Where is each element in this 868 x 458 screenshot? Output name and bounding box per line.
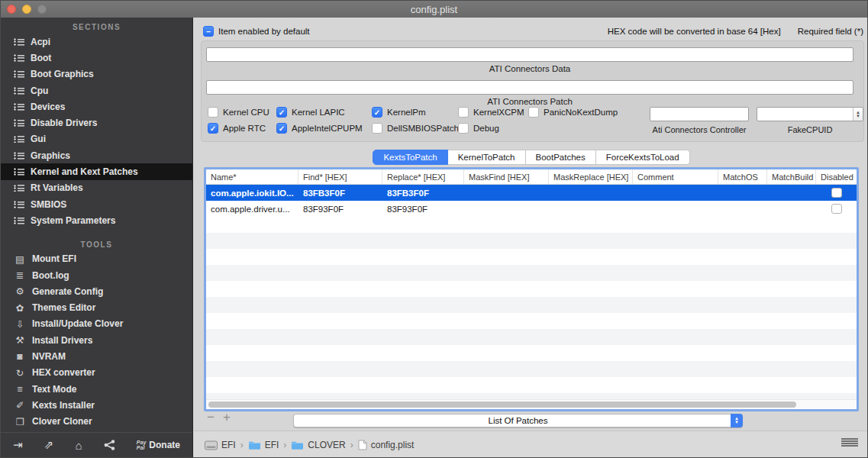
sidebar-item-rt-variables[interactable]: Rt Variables — [1, 180, 192, 196]
remove-row-button[interactable]: − — [207, 410, 215, 425]
row-disabled-checkbox[interactable]: ✓ — [831, 204, 842, 214]
ati-connectors-data-input[interactable] — [206, 47, 853, 62]
home-icon[interactable]: ⌂ — [75, 439, 82, 452]
item-enabled-checkbox[interactable]: – — [203, 26, 214, 37]
import-icon[interactable]: ⇥ — [13, 438, 23, 452]
breadcrumb-config-file[interactable]: config.plist — [358, 440, 415, 450]
col-name[interactable]: Name* — [206, 169, 298, 184]
fakecpuid-stepper[interactable]: ▲▼ — [853, 108, 863, 121]
minimize-window-button[interactable] — [22, 5, 31, 14]
tool-text-mode[interactable]: ≡Text Mode — [1, 381, 192, 397]
sidebar-item-boot[interactable]: Boot — [1, 50, 192, 66]
sidebar-item-system-parameters[interactable]: System Parameters — [1, 212, 192, 228]
ati-connectors-panel: ATI Connectors Data ATI Connectors Patch… — [201, 40, 864, 142]
tool-mount-efi[interactable]: ▤Mount EFI — [1, 251, 192, 267]
col-matchos[interactable]: MatchOS — [718, 169, 767, 184]
sidebar-item-graphics[interactable]: Graphics — [1, 147, 192, 163]
tool-generate-config[interactable]: ⚙Generate Config — [1, 283, 192, 299]
row-disabled-checkbox[interactable]: ✓ — [831, 188, 842, 198]
col-find[interactable]: Find* [HEX] — [298, 169, 382, 184]
sidebar: SECTIONS Acpi Boot Boot Graphics Cpu Dev… — [1, 18, 193, 457]
folder-icon — [291, 440, 304, 450]
list-icon — [14, 54, 24, 62]
patch-tabs: KextsToPatch KernelToPatch BootPatches F… — [194, 150, 868, 165]
tab-kerneltopatch[interactable]: KernelToPatch — [448, 150, 526, 165]
dellsmbiospatch-checkbox[interactable]: ✓DellSMBIOSPatch — [372, 123, 459, 134]
sidebar-item-acpi[interactable]: Acpi — [1, 34, 192, 50]
ati-connectors-patch-label: ATI Connectors Patch — [202, 97, 858, 106]
col-matchbuild[interactable]: MatchBuild — [767, 169, 816, 184]
list-icon — [14, 184, 24, 192]
col-comment[interactable]: Comment — [633, 169, 718, 184]
kernelpm-checkbox[interactable]: ✓KernelPm — [372, 107, 426, 118]
dropdown-arrows-icon: ▲▼ — [731, 414, 743, 427]
breadcrumb-separator: › — [350, 440, 353, 450]
sidebar-item-devices[interactable]: Devices — [1, 98, 192, 114]
breadcrumb-efi-folder[interactable]: EFI — [248, 440, 279, 450]
list-icon — [14, 168, 24, 176]
kernel-cpu-checkbox[interactable]: ✓Kernel CPU — [208, 107, 269, 118]
sidebar-item-cpu[interactable]: Cpu — [1, 82, 192, 98]
chip-icon: ◙ — [14, 351, 26, 362]
fakecpuid-input[interactable] — [757, 107, 863, 121]
text-lines-icon: ≡ — [14, 384, 26, 395]
share-icon[interactable] — [104, 440, 115, 450]
item-enabled-label: Item enabled by default — [218, 27, 310, 36]
table-row[interactable]: com.apple.driver.u... 83F93F0F 83F93F0F … — [206, 201, 857, 217]
col-disabled[interactable]: Disabled — [816, 169, 857, 184]
list-of-patches-dropdown[interactable]: List Of Patches ▲▼ — [293, 414, 743, 427]
window-title: config.plist — [1, 4, 867, 15]
tool-boot-log[interactable]: ≣Boot.log — [1, 267, 192, 283]
kernelxcpm-checkbox[interactable]: ✓KernelXCPM — [458, 107, 524, 118]
sidebar-item-disable-drivers[interactable]: Disable Drivers — [1, 114, 192, 131]
ati-connectors-controller-input[interactable] — [650, 107, 749, 121]
tool-install-drivers[interactable]: ⚒Install Drivers — [1, 332, 192, 348]
list-icon — [14, 152, 24, 160]
sidebar-item-smbios[interactable]: SMBIOS — [1, 196, 192, 212]
apple-rtc-checkbox[interactable]: ✓Apple RTC — [208, 123, 266, 134]
app-window: config.plist SECTIONS Acpi Boot Boot Gra… — [0, 0, 868, 458]
main-content: – Item enabled by default HEX code will … — [194, 18, 868, 457]
breadcrumb-clover-folder[interactable]: CLOVER — [291, 440, 345, 450]
palette-icon: ✿ — [14, 302, 26, 314]
sidebar-item-boot-graphics[interactable]: Boot Graphics — [1, 66, 192, 82]
zoom-window-button[interactable] — [37, 5, 47, 14]
tool-hex-converter[interactable]: ↻HEX converter — [1, 365, 192, 381]
tool-clover-cloner[interactable]: ❐Clover Cloner — [1, 414, 192, 430]
close-window-button[interactable] — [7, 5, 16, 14]
statusbar: EFI › EFI › CLOVER › config.plist — [194, 431, 868, 458]
disk-icon — [205, 440, 218, 450]
list-icon — [14, 119, 24, 127]
tool-kexts-installer[interactable]: ✐Kexts Installer — [1, 397, 192, 413]
horizontal-scrollbar[interactable] — [206, 399, 857, 409]
tab-kextstopatch[interactable]: KextsToPatch — [373, 150, 447, 165]
export-icon[interactable]: ⇗ — [44, 438, 54, 452]
col-maskfind[interactable]: MaskFind [HEX] — [464, 169, 549, 184]
appleintelcpupm-checkbox[interactable]: ✓AppleIntelCPUPM — [276, 123, 363, 134]
tool-themes-editor[interactable]: ✿Themes Editor — [1, 299, 192, 315]
col-maskreplace[interactable]: MaskReplace [HEX] — [549, 169, 633, 184]
tab-bootpatches[interactable]: BootPatches — [526, 150, 596, 165]
gears-icon: ⚙ — [14, 285, 26, 297]
kernel-lapic-checkbox[interactable]: ✓Kernel LAPIC — [276, 107, 345, 118]
tool-install-update-clover[interactable]: ⇩Install/Update Clover — [1, 316, 192, 332]
list-icon — [14, 135, 24, 143]
breadcrumb-volume[interactable]: EFI — [205, 440, 236, 450]
sidebar-item-gui[interactable]: Gui — [1, 131, 192, 147]
scrollbar-thumb[interactable] — [208, 402, 796, 408]
add-row-button[interactable]: + — [223, 410, 231, 425]
tool-nvram[interactable]: ◙NVRAM — [1, 348, 192, 364]
tab-forcekextstoload[interactable]: ForceKextsToLoad — [596, 150, 690, 165]
donate-button[interactable]: PayPal Donate — [137, 440, 180, 450]
traffic-lights — [7, 5, 47, 14]
col-replace[interactable]: Replace* [HEX] — [382, 169, 464, 184]
list-icon — [14, 87, 24, 95]
debug-checkbox[interactable]: ✓Debug — [458, 123, 499, 134]
panicnokextdump-checkbox[interactable]: ✓PanicNoKextDump — [528, 107, 618, 118]
sidebar-item-kernel-and-kext-patches[interactable]: Kernel and Kext Patches — [1, 163, 192, 179]
menu-icon[interactable] — [841, 438, 858, 447]
table-row[interactable]: com.apple.iokit.IO... 83FB3F0F 83FB3F0F … — [206, 185, 857, 201]
sidebar-footer: ⇥ ⇗ ⌂ PayPal Donate — [1, 432, 192, 457]
hex-hint-text: HEX code will be converted in base 64 [H… — [608, 27, 781, 36]
ati-connectors-patch-input[interactable] — [206, 80, 853, 95]
